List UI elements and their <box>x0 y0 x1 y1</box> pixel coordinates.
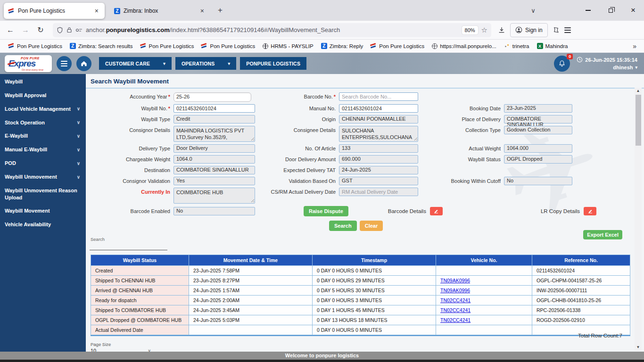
vehicle-link[interactable]: TN02CC4241 <box>440 297 471 303</box>
sidebar-item[interactable]: E-Waybill∨ <box>0 129 86 143</box>
pocket-icon[interactable] <box>553 26 560 33</box>
bookmark-star-icon[interactable]: ☆ <box>481 26 487 34</box>
chevron-down-icon: ∨ <box>148 348 151 352</box>
minimize-button[interactable] <box>577 0 599 21</box>
lock-icon[interactable] <box>66 27 72 33</box>
currently-in-label: Currently In <box>90 188 173 196</box>
movement-date-cell: 24-Jun-2025 1:57AM <box>189 286 313 296</box>
waybill-status-label: Waybill Status <box>418 155 504 164</box>
back-button[interactable]: ← <box>3 24 18 37</box>
sidebar-item[interactable]: Waybill Movement <box>0 204 86 218</box>
permissions-icon[interactable] <box>75 27 83 33</box>
export-excel-button[interactable]: Export Excel <box>583 230 622 239</box>
bookmark-item[interactable]: Pon Pure Logistics <box>138 41 197 50</box>
nav-ponpure-logistics[interactable]: PONPURE LOGISTICS <box>240 57 306 70</box>
bookmark-item[interactable]: ZZimbra: Search results <box>67 41 136 50</box>
close-tab-icon[interactable]: × <box>199 7 206 15</box>
reload-button[interactable]: ↻ <box>33 24 48 37</box>
status-cell: Actual Delivered Date <box>91 325 189 335</box>
downloads-icon[interactable] <box>498 26 505 34</box>
vehicle-link[interactable]: TN09AK0996 <box>440 278 470 283</box>
list-all-tabs-icon[interactable]: ∨ <box>522 0 544 21</box>
tab-zimbra-inbox[interactable]: Z Zimbra: Inbox × <box>109 3 210 19</box>
vertical-scrollbar[interactable]: ▲ ▼ <box>635 88 642 351</box>
sidebar-item[interactable]: Vehicle Availability <box>0 218 86 231</box>
sidebar-item[interactable]: Stock Operation∨ <box>0 116 86 130</box>
bookmark-item[interactable]: Pon Pure Logistics <box>368 41 427 50</box>
table-row: Arrived @ CHENNAI HUB24-Jun-2025 1:57AM0… <box>91 286 630 296</box>
forward-button[interactable]: → <box>18 24 33 37</box>
vehicle-link[interactable]: TN09AK0996 <box>440 288 470 293</box>
raise-dispute-button[interactable]: Raise Dispute <box>304 206 348 216</box>
nav-operations[interactable]: OPERATIONS▾ <box>175 57 236 70</box>
bookmark-item[interactable]: HRMS - PAYSLIP <box>260 42 316 50</box>
booking-date-label: Booking Date <box>418 104 504 113</box>
status-cell: Shipped To CHENNAI HUB <box>91 276 189 286</box>
manual-no-input[interactable] <box>339 104 418 113</box>
sidebar-item[interactable]: POD∨ <box>0 156 86 170</box>
sidebar-item[interactable]: Local Vehicle Management∨ <box>0 102 86 116</box>
reference-cell: INW-202506-00007111 <box>532 286 630 296</box>
barcode-details-edit-button[interactable] <box>430 207 443 215</box>
sidebar-item-label: Waybill Unmovement <box>5 173 57 181</box>
vehicle-cell <box>436 325 532 335</box>
scrollbar-thumb[interactable] <box>636 95 641 146</box>
sidebar-item[interactable]: Waybill Unmovement Reason Upload <box>0 184 86 205</box>
bookmark-item[interactable]: trinetra <box>501 41 532 50</box>
close-window-button[interactable]: × <box>622 0 644 21</box>
sidebar-item[interactable]: Waybill <box>0 75 86 89</box>
movement-date-cell <box>189 325 313 335</box>
page-size-label: Page Size <box>91 342 152 347</box>
vehicle-link[interactable]: TN02CC4241 <box>440 317 471 323</box>
barcode-enabled-field: No <box>173 207 255 215</box>
page-size-control[interactable]: Page Size 10 ∨ <box>91 342 152 352</box>
bookmark-item[interactable]: Pon Pure Logistics <box>198 41 258 50</box>
shield-icon[interactable] <box>57 27 63 33</box>
maximize-button[interactable] <box>600 0 621 21</box>
csrm-actual-delivery-date-input[interactable] <box>339 188 418 196</box>
signin-button[interactable]: Sign in <box>510 23 548 37</box>
bookmark-item[interactable]: https://mail.ponpurelo... <box>429 42 499 50</box>
waybill-no-input[interactable] <box>173 104 255 113</box>
table-tools: Search Export Excel <box>86 236 644 255</box>
scroll-down-icon[interactable]: ▼ <box>635 344 642 351</box>
movement-table: Waybill StatusMovement Date & TimeTimest… <box>91 255 630 335</box>
column-header: Waybill Status <box>91 255 189 266</box>
sidebar-item[interactable]: Waybill Unmovement∨ <box>0 170 86 184</box>
vehicle-link[interactable]: TN02CC4241 <box>440 307 471 313</box>
accounting-year-select[interactable]: 25-26 <box>173 92 251 102</box>
status-cell: Ready for dispatch <box>91 296 189 305</box>
menu-icon[interactable] <box>564 27 571 33</box>
nav-customer-care[interactable]: CUSTOMER CARE▾ <box>99 57 172 70</box>
waybill-type-field: Credit <box>173 115 255 123</box>
scroll-up-icon[interactable]: ▲ <box>635 88 642 94</box>
reference-cell: RPC-202506-01338 <box>532 305 630 315</box>
booking-within-cutoff-field: No <box>504 177 572 185</box>
zoom-level-badge[interactable]: 80% <box>462 26 478 34</box>
url-bar[interactable]: anchor.ponpurelogistics.com/index.html?6… <box>53 23 491 37</box>
home-button[interactable] <box>76 56 91 71</box>
timestamp-cell: 0 DAY 5 HOURS 30 MINUTES <box>313 286 436 296</box>
close-tab-icon[interactable]: × <box>93 7 100 15</box>
sidebar-item[interactable]: Waybill Approval <box>0 89 86 102</box>
clear-button[interactable]: Clear <box>360 221 383 231</box>
table-search-input[interactable] <box>90 242 167 250</box>
menu-toggle-button[interactable] <box>57 56 72 71</box>
sidebar-item[interactable]: Manual E-Waybill∨ <box>0 143 86 156</box>
new-tab-button[interactable]: + <box>218 6 223 15</box>
notifications-button[interactable]: 0 <box>554 56 570 72</box>
app-logo[interactable]: PON PURE Expres On time every time <box>5 55 52 72</box>
barcode-no-input[interactable] <box>339 92 418 101</box>
bookmark-item[interactable]: Pon Pure Logistics <box>6 41 65 50</box>
lr-copy-details-edit-button[interactable] <box>584 207 596 215</box>
browser-toolbar: ← → ↻ anchor.ponpurelogistics.com/index.… <box>0 21 644 40</box>
edit-icon <box>433 208 439 214</box>
bookmarks-overflow-icon[interactable]: » <box>631 42 638 50</box>
bookmark-item[interactable]: XMahindra <box>534 41 571 50</box>
bookmark-item[interactable]: ZZimbra: Reply <box>318 41 366 50</box>
column-header: Reference No. <box>532 255 630 266</box>
tab-pon-pure-logistics[interactable]: Pon Pure Logistics × <box>4 3 105 19</box>
search-button[interactable]: Search <box>329 221 357 231</box>
user-menu[interactable]: dhinesh▾ <box>613 65 637 70</box>
zimbra-favicon: Z <box>114 8 120 14</box>
